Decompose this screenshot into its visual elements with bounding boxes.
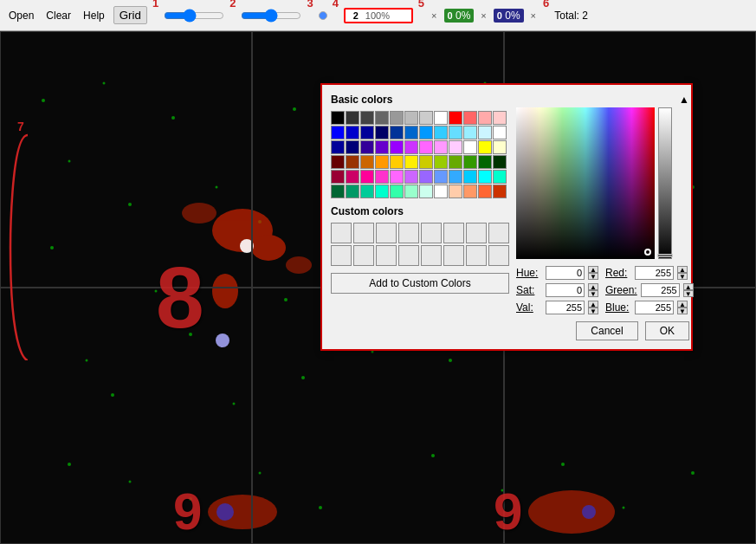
brightness-bar-container[interactable] xyxy=(658,107,672,259)
basic-color-15[interactable] xyxy=(375,126,389,139)
hue-input[interactable] xyxy=(546,266,585,280)
basic-color-37[interactable] xyxy=(346,155,359,169)
red-down[interactable]: ▼ xyxy=(677,273,688,280)
basic-color-54[interactable] xyxy=(419,170,433,184)
basic-color-36[interactable] xyxy=(331,155,345,169)
basic-color-14[interactable] xyxy=(360,126,374,139)
basic-color-25[interactable] xyxy=(346,140,359,154)
basic-color-57[interactable] xyxy=(463,170,477,184)
grid-button[interactable]: Grid xyxy=(113,6,147,24)
basic-color-18[interactable] xyxy=(419,126,433,139)
brightness-slider[interactable] xyxy=(241,9,301,23)
basic-color-6[interactable] xyxy=(419,111,433,125)
custom-swatch-9[interactable] xyxy=(331,245,352,266)
custom-swatch-2[interactable] xyxy=(353,223,374,243)
basic-color-55[interactable] xyxy=(434,170,448,184)
red-up[interactable]: ▲ xyxy=(677,266,688,273)
basic-color-56[interactable] xyxy=(449,170,462,184)
channel3-close[interactable]: × xyxy=(529,10,538,21)
basic-color-35[interactable] xyxy=(493,140,507,154)
basic-color-40[interactable] xyxy=(390,155,404,169)
basic-color-5[interactable] xyxy=(404,111,418,125)
custom-swatch-16[interactable] xyxy=(488,245,509,266)
basic-color-20[interactable] xyxy=(449,126,462,139)
channel2-box[interactable]: 0 0% xyxy=(444,9,475,23)
custom-swatch-1[interactable] xyxy=(331,223,352,243)
basic-color-12[interactable] xyxy=(331,126,345,139)
basic-color-49[interactable] xyxy=(346,170,359,184)
blue-spinner[interactable]: ▲ ▼ xyxy=(677,301,688,314)
red-label[interactable]: Red: xyxy=(605,267,631,279)
clear-button[interactable]: Clear xyxy=(42,8,74,23)
basic-color-32[interactable] xyxy=(449,140,462,154)
custom-swatch-13[interactable] xyxy=(421,245,442,266)
basic-color-4[interactable] xyxy=(390,111,404,125)
val-label[interactable]: Val: xyxy=(516,301,542,314)
basic-color-42[interactable] xyxy=(419,155,433,169)
basic-color-29[interactable] xyxy=(404,140,418,154)
basic-color-9[interactable] xyxy=(463,111,477,125)
basic-color-19[interactable] xyxy=(434,126,448,139)
basic-color-71[interactable] xyxy=(493,185,507,198)
basic-color-8[interactable] xyxy=(449,111,462,125)
custom-swatch-10[interactable] xyxy=(353,245,374,266)
channel2-close[interactable]: × xyxy=(479,10,488,21)
basic-color-41[interactable] xyxy=(404,155,418,169)
basic-color-61[interactable] xyxy=(346,185,359,198)
custom-swatch-15[interactable] xyxy=(466,245,487,266)
channel1-box[interactable]: 2 100% xyxy=(344,8,413,23)
basic-color-34[interactable] xyxy=(478,140,492,154)
basic-color-64[interactable] xyxy=(390,185,404,198)
basic-color-59[interactable] xyxy=(493,170,507,184)
open-button[interactable]: Open xyxy=(5,8,37,23)
val-up[interactable]: ▲ xyxy=(588,301,598,308)
basic-color-48[interactable] xyxy=(331,170,345,184)
custom-swatch-7[interactable] xyxy=(466,223,487,243)
custom-swatch-14[interactable] xyxy=(443,245,464,266)
blue-label[interactable]: Blue: xyxy=(605,301,631,314)
sat-up[interactable]: ▲ xyxy=(588,283,598,290)
val-down[interactable]: ▼ xyxy=(588,308,598,314)
basic-color-53[interactable] xyxy=(404,170,418,184)
val-spinner[interactable]: ▲ ▼ xyxy=(588,301,598,314)
basic-color-51[interactable] xyxy=(375,170,389,184)
sat-spinner[interactable]: ▲ ▼ xyxy=(588,283,598,297)
basic-color-38[interactable] xyxy=(360,155,374,169)
basic-color-13[interactable] xyxy=(346,126,359,139)
basic-color-26[interactable] xyxy=(360,140,374,154)
help-button[interactable]: Help xyxy=(80,8,108,23)
basic-color-27[interactable] xyxy=(375,140,389,154)
custom-swatch-6[interactable] xyxy=(443,223,464,243)
custom-swatch-4[interactable] xyxy=(398,223,419,243)
basic-color-30[interactable] xyxy=(419,140,433,154)
channel1-close[interactable]: × xyxy=(430,10,438,21)
basic-color-17[interactable] xyxy=(404,126,418,139)
basic-color-22[interactable] xyxy=(478,126,492,139)
scroll-up-arrow[interactable]: ▲ xyxy=(679,94,689,106)
basic-color-52[interactable] xyxy=(390,170,404,184)
basic-color-66[interactable] xyxy=(419,185,433,198)
basic-color-16[interactable] xyxy=(390,126,404,139)
blue-up[interactable]: ▲ xyxy=(677,301,688,308)
basic-color-10[interactable] xyxy=(478,111,492,125)
val-input[interactable] xyxy=(546,301,585,314)
basic-color-47[interactable] xyxy=(493,155,507,169)
custom-swatch-12[interactable] xyxy=(398,245,419,266)
zoom-slider[interactable] xyxy=(164,9,224,23)
cancel-button[interactable]: Cancel xyxy=(576,321,637,340)
basic-color-65[interactable] xyxy=(404,185,418,198)
basic-color-33[interactable] xyxy=(463,140,477,154)
custom-swatch-5[interactable] xyxy=(421,223,442,243)
hue-spinner[interactable]: ▲ ▼ xyxy=(588,266,598,280)
custom-swatch-11[interactable] xyxy=(376,245,397,266)
basic-color-23[interactable] xyxy=(493,126,507,139)
basic-color-39[interactable] xyxy=(375,155,389,169)
red-input[interactable] xyxy=(635,266,674,280)
green-down[interactable]: ▼ xyxy=(683,290,694,297)
hue-down[interactable]: ▼ xyxy=(588,273,598,280)
sat-input[interactable] xyxy=(546,283,585,297)
basic-color-31[interactable] xyxy=(434,140,448,154)
ok-button[interactable]: OK xyxy=(645,321,689,340)
basic-color-70[interactable] xyxy=(478,185,492,198)
basic-color-24[interactable] xyxy=(331,140,345,154)
